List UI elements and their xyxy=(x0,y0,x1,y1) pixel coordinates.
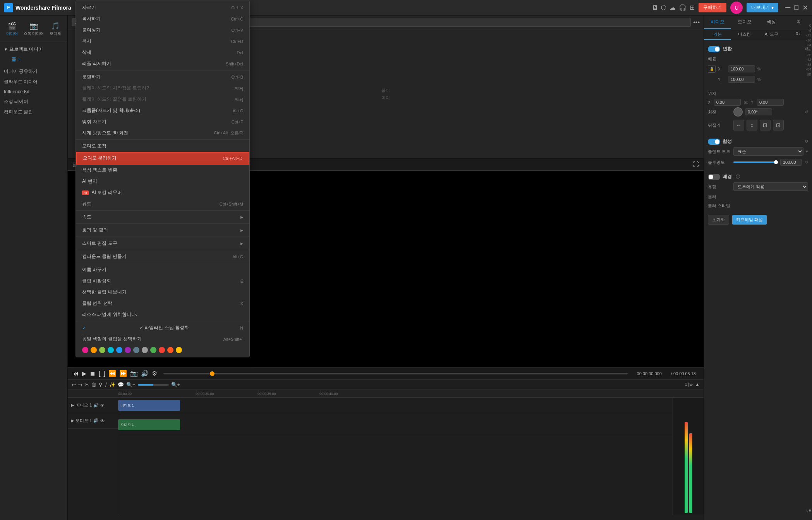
menu-select-label: 클립 범위 선택 xyxy=(82,300,113,307)
divider-6 xyxy=(76,250,249,250)
menu-crop-zoom-label: 크롭줌(자르기 및 확대/축소) xyxy=(82,107,140,114)
menu-mute[interactable]: 뮤트 Ctrl+Shift+M xyxy=(76,198,249,209)
menu-effects[interactable]: 효과 및 필터 xyxy=(76,225,249,236)
menu-ripple-shortcut: Shift+Del xyxy=(226,62,243,66)
menu-effects-label: 효과 및 필터 xyxy=(82,227,108,233)
menu-disable-clip[interactable]: 클립 비활성화 E xyxy=(76,275,249,287)
menu-select-shortcut: X xyxy=(240,301,243,306)
menu-ripple-label: 리플 삭제하기 xyxy=(82,60,111,67)
menu-stt-label: 음성 텍스트 변환 xyxy=(82,167,117,173)
menu-crop-zoom[interactable]: 크롭줌(자르기 및 확대/축소) Alt+C xyxy=(76,105,249,116)
menu-copy-shortcut: Ctrl+C xyxy=(231,17,243,21)
divider-5 xyxy=(76,237,249,237)
menu-del-label: 삭제 xyxy=(82,49,91,56)
menu-paste-shortcut: Ctrl+V xyxy=(231,28,243,33)
menu-trim-end-label: 플레이 헤드의 끝점을 트림하기 xyxy=(82,96,146,103)
menu-ai-vocal[interactable]: AI AI 보컬 리무버 xyxy=(76,187,249,198)
menu-speed-label: 속도 xyxy=(82,214,91,220)
menu-trim-end-shortcut: Alt+] xyxy=(235,97,243,102)
menu-copy-label: 복사하기 xyxy=(82,15,101,22)
menu-rename[interactable]: 이름 바꾸기 xyxy=(76,264,249,275)
menu-snap-shortcut: N xyxy=(240,326,243,330)
menu-cut-shortcut: Ctrl+X xyxy=(231,5,243,10)
menu-smart-edit[interactable]: 스마트 편집 도구 xyxy=(76,238,249,249)
menu-snap[interactable]: ✓ ✓ 타임라인 스냅 활성화 N xyxy=(76,322,249,333)
menu-trim-start: 플레이 헤드의 시작점을 트림하기 Alt+[ xyxy=(76,82,249,94)
color-dot-red[interactable] xyxy=(159,347,165,353)
menu-locate-resource[interactable]: 리소스 패널에 위치합니다. xyxy=(76,309,249,320)
menu-select-range[interactable]: 클립 범위 선택 X xyxy=(76,298,249,309)
menu-fit-cut[interactable]: 맞춰 자르기 Ctrl+F xyxy=(76,116,249,127)
menu-audio-detach-shortcut: Ctrl+Alt+D xyxy=(223,156,242,161)
menu-ai-translate[interactable]: AI 번역 xyxy=(76,176,249,187)
menu-copy[interactable]: 복사하기 Ctrl+C xyxy=(76,13,249,24)
menu-select-same-color[interactable]: 동일 색깔의 클립을 선택하기 Alt+Shift+` xyxy=(76,333,249,345)
divider-1 xyxy=(76,70,249,70)
color-dot-pink[interactable] xyxy=(82,347,88,353)
menu-audio-detach[interactable]: 오디오 분리하기 Ctrl+Alt+D xyxy=(76,152,249,165)
menu-split-label: 분할하기 xyxy=(82,74,101,80)
menu-split[interactable]: 분할하기 Ctrl+B xyxy=(76,71,249,82)
menu-trim-start-shortcut: Alt+[ xyxy=(235,86,243,91)
divider-7 xyxy=(76,263,249,263)
menu-dup-shortcut: Ctrl+D xyxy=(231,39,243,44)
color-dot-green[interactable] xyxy=(150,347,156,353)
menu-del-shortcut: Del xyxy=(237,50,243,55)
menu-dup-label: 복사 xyxy=(82,38,91,45)
menu-trim-end: 플레이 헤드의 끝점을 트림하기 Alt+] xyxy=(76,94,249,105)
menu-rotate-label: 시계 방향으로 90 회전 xyxy=(82,130,128,136)
context-menu-overlay: 자르기 Ctrl+X 복사하기 Ctrl+C 붙여넣기 Ctrl+V 복사 Ct… xyxy=(0,0,812,520)
color-dot-blue[interactable] xyxy=(116,347,122,353)
divider-2 xyxy=(76,139,249,140)
menu-locate-label: 리소스 패널에 위치합니다. xyxy=(82,311,137,318)
check-icon: ✓ xyxy=(82,325,88,331)
color-dot-deep-orange[interactable] xyxy=(167,347,173,353)
menu-fit-cut-shortcut: Ctrl+F xyxy=(232,120,243,124)
color-dot-bluegrey[interactable] xyxy=(133,347,139,353)
menu-cut[interactable]: 자르기 Ctrl+X xyxy=(76,2,249,13)
color-dot-amber[interactable] xyxy=(176,347,182,353)
divider-4 xyxy=(76,223,249,224)
menu-smart-label: 스마트 편집 도구 xyxy=(82,240,117,247)
color-dot-purple[interactable] xyxy=(125,347,131,353)
color-dot-orange[interactable] xyxy=(91,347,97,353)
menu-rotate-shortcut: Ctrl+Alt+오른쪽 xyxy=(214,130,243,136)
color-dot-green-light[interactable] xyxy=(99,347,105,353)
menu-snap-label: ✓ 타임라인 스냅 활성화 xyxy=(139,324,189,331)
menu-paste[interactable]: 붙여넣기 Ctrl+V xyxy=(76,24,249,36)
menu-duplicate[interactable]: 복사 Ctrl+D xyxy=(76,36,249,47)
menu-mute-label: 뮤트 xyxy=(82,201,91,207)
menu-cut-label: 자르기 xyxy=(82,4,96,11)
menu-ai-vocal-label: AI 보컬 리무버 xyxy=(92,189,122,196)
menu-delete[interactable]: 삭제 Del xyxy=(76,47,249,58)
menu-rename-label: 이름 바꾸기 xyxy=(82,266,106,273)
menu-split-shortcut: Ctrl+B xyxy=(231,75,243,79)
menu-rotate-cw[interactable]: 시계 방향으로 90 회전 Ctrl+Alt+오른쪽 xyxy=(76,127,249,139)
menu-paste-label: 붙여넣기 xyxy=(82,27,101,33)
ai-badge: AI xyxy=(82,190,89,195)
color-picker-row xyxy=(76,345,249,355)
menu-audio-adjust[interactable]: 오디오 조정 xyxy=(76,141,249,152)
color-dot-grey[interactable] xyxy=(142,347,148,353)
menu-trim-start-label: 플레이 헤드의 시작점을 트림하기 xyxy=(82,85,151,91)
menu-speed[interactable]: 속도 xyxy=(76,211,249,223)
menu-speech-to-text[interactable]: 음성 텍스트 변환 xyxy=(76,165,249,176)
color-dot-cyan[interactable] xyxy=(108,347,114,353)
menu-disable-label: 클립 비활성화 xyxy=(82,278,111,284)
menu-audio-adj-label: 오디오 조정 xyxy=(82,143,106,149)
divider-3 xyxy=(76,210,249,211)
menu-disable-shortcut: E xyxy=(240,279,243,283)
menu-color-select-shortcut: Alt+Shift+` xyxy=(223,337,243,342)
menu-ai-vocal-left: AI AI 보컬 리무버 xyxy=(82,189,122,196)
menu-color-select-label: 동일 색깔의 클립을 선택하기 xyxy=(82,336,142,342)
context-menu: 자르기 Ctrl+X 복사하기 Ctrl+C 붙여넣기 Ctrl+V 복사 Ct… xyxy=(76,0,250,357)
menu-export-clip[interactable]: 선택한 클립 내보내기 xyxy=(76,287,249,298)
divider-8 xyxy=(76,321,249,321)
menu-export-label: 선택한 클립 내보내기 xyxy=(82,289,127,295)
menu-mute-shortcut: Ctrl+Shift+M xyxy=(220,202,243,206)
menu-compound-label: 컴파운드 클립 만들기 xyxy=(82,253,127,260)
menu-audio-detach-label: 오디오 분리하기 xyxy=(83,155,117,161)
menu-compound[interactable]: 컴파운드 클립 만들기 Alt+G xyxy=(76,251,249,262)
menu-ripple-delete[interactable]: 리플 삭제하기 Shift+Del xyxy=(76,58,249,69)
menu-crop-zoom-shortcut: Alt+C xyxy=(233,108,243,113)
